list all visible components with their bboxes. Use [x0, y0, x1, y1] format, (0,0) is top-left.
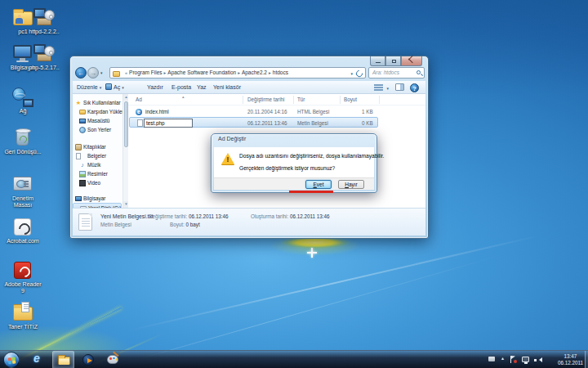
desktop-icon-httpd-installer[interactable]: httpd-2.2.2..	[24, 8, 64, 35]
breadcrumb-overflow-icon[interactable]: «	[123, 70, 129, 75]
breadcrumb-arrow-icon[interactable]: ▸	[267, 70, 273, 75]
menu-ac[interactable]: Aç▾	[105, 81, 124, 93]
sidebar-item-music[interactable]: ♪Müzik	[73, 160, 128, 169]
navigation-pane: ★Sık Kullanılanlar Karşıdan Yüklem Masaü…	[73, 94, 128, 208]
file-size: 1 KB	[362, 106, 373, 117]
menu-yaz[interactable]: Yaz	[197, 81, 207, 93]
column-header-type[interactable]: Tür	[297, 95, 305, 105]
rename-input[interactable]	[144, 119, 193, 128]
videos-icon	[79, 180, 86, 186]
taskbar-paint[interactable]	[101, 351, 123, 368]
start-button[interactable]	[3, 352, 20, 368]
close-button[interactable]	[401, 56, 422, 66]
sort-arrow-icon: ▴	[182, 94, 185, 99]
network-icon	[12, 88, 33, 107]
text-file-icon	[137, 119, 143, 127]
navigation-scrollbar[interactable]: ▲ ▼	[122, 94, 128, 208]
maximize-button[interactable]	[385, 56, 401, 66]
desktop-icon-small	[79, 119, 86, 123]
refresh-icon[interactable]	[354, 69, 363, 78]
volume-icon[interactable]	[539, 357, 542, 362]
desktop-icon-adobe-reader[interactable]: Adobe Reader 9	[3, 261, 42, 294]
pictures-icon	[79, 171, 86, 177]
device-tray-icon[interactable]	[488, 357, 495, 361]
chevron-down-icon: ▾	[98, 85, 102, 90]
preview-pane-icon[interactable]	[395, 83, 404, 91]
music-icon: ♪	[79, 162, 86, 168]
recent-pages-dropdown-icon[interactable]: ▾	[100, 70, 103, 75]
desktop-icon-label: Taner TİTİZ	[3, 324, 42, 330]
scrollbar-thumb[interactable]	[124, 101, 128, 147]
internet-explorer-icon: e	[33, 352, 40, 365]
yes-button[interactable]: Evet	[305, 180, 332, 189]
sidebar-item-desktop[interactable]: Masaüstü	[73, 116, 128, 125]
action-center-icon[interactable]	[510, 356, 516, 363]
network-tray-icon[interactable]	[522, 357, 529, 362]
control-panel-icon	[12, 175, 33, 195]
breadcrumb-segment[interactable]: Program Files	[129, 70, 162, 75]
show-hidden-icons[interactable]: ▲	[501, 356, 505, 361]
address-bar[interactable]: «Program Files▸Apache Software Foundatio…	[109, 67, 366, 79]
taskbar-media-player[interactable]	[77, 351, 99, 368]
desktop-icon-taner-folder[interactable]: Taner TİTİZ	[3, 303, 42, 330]
sidebar-item-pictures[interactable]: Resimler	[73, 169, 128, 178]
installer-icon	[33, 44, 55, 64]
sidebar-item-documents[interactable]: Belgeler	[73, 151, 128, 160]
breadcrumb[interactable]: «Program Files▸Apache Software Foundatio…	[123, 68, 288, 78]
desktop-icon-label: Adobe Reader 9	[3, 281, 42, 294]
sidebar-item-favorites[interactable]: ★Sık Kullanılanlar	[73, 98, 128, 107]
help-icon[interactable]: ?	[410, 83, 419, 92]
breadcrumb-segment[interactable]: Apache Software Foundation	[167, 70, 236, 75]
menu-yeni-klasor[interactable]: Yeni klasör	[213, 81, 241, 93]
details-modified: Değiştirme tarihi: 06.12.2011 13:46	[149, 213, 229, 220]
forward-button[interactable]: →	[87, 67, 99, 79]
breadcrumb-segment[interactable]: Apache2.2	[242, 70, 267, 75]
search-box[interactable]: Ara: htdocs	[368, 67, 425, 79]
views-icon[interactable]	[374, 84, 383, 91]
dialog-body: Dosya adı uzantısını değiştirirseniz, do…	[214, 147, 374, 179]
file-modified: 06.12.2011 13:46	[247, 118, 287, 128]
clock[interactable]: 13:47 06.12.2011	[558, 353, 583, 366]
column-header-name[interactable]: Ad	[136, 95, 142, 105]
desktop-icon-recycle-bin[interactable]: Geri Dönüşü...	[3, 128, 42, 155]
sidebar-item-libraries[interactable]: Kitaplıklar	[73, 142, 128, 151]
show-desktop-button[interactable]	[585, 351, 588, 368]
back-button[interactable]: ←	[75, 67, 87, 79]
views-dropdown-icon[interactable]: ▾	[386, 86, 389, 91]
no-button[interactable]: Hayır	[338, 180, 364, 189]
file-type: HTML Belgesi	[297, 106, 329, 117]
documents-icon	[76, 153, 81, 159]
computer-icon-small	[75, 196, 82, 201]
sidebar-item-downloads[interactable]: Karşıdan Yüklem	[73, 107, 128, 116]
breadcrumb-segment[interactable]: htdocs	[273, 70, 288, 75]
dialog-message-line1: Dosya adı uzantısını değiştirirseniz, do…	[239, 153, 384, 159]
breadcrumb-arrow-icon[interactable]: ▸	[236, 70, 242, 75]
sidebar-item-videos[interactable]: Video	[73, 178, 128, 187]
file-row-index-html[interactable]: e index.html 20.11.2004 14:16 HTML Belge…	[129, 106, 378, 117]
open-with-icon	[105, 83, 112, 90]
details-size: Boyut: 0 bayt	[170, 221, 200, 228]
menu-duzenle[interactable]: Düzenle▾	[77, 81, 101, 93]
minimize-button[interactable]	[370, 56, 385, 66]
taskbar-internet-explorer[interactable]: e	[28, 351, 50, 368]
folder-icon	[113, 71, 120, 77]
menu-eposta[interactable]: E-posta	[172, 81, 191, 93]
desktop-icon-control-panel[interactable]: Denetim Masası	[3, 175, 42, 208]
sidebar-item-computer[interactable]: Bilgisayar	[73, 194, 128, 203]
taskbar-windows-explorer-active[interactable]	[52, 351, 74, 368]
desktop-icon-acrobat-com[interactable]: Acrobat.com	[3, 218, 42, 245]
file-type: Metin Belgesi	[297, 118, 328, 128]
star-icon: ★	[75, 100, 82, 106]
column-header-size[interactable]: Boyut	[344, 95, 357, 105]
desktop-icon-network[interactable]: Ağ	[3, 88, 42, 114]
taskbar: e ▲ 13:47 06.12.2011	[0, 350, 588, 368]
search-icon[interactable]	[416, 70, 421, 74]
column-header-modified[interactable]: Değiştirme tarihi	[247, 95, 285, 105]
file-size: 0 KB	[362, 118, 373, 128]
menu-yazdir[interactable]: Yazdır	[147, 81, 163, 93]
address-dropdown-icon[interactable]: ▾	[350, 71, 353, 76]
sidebar-item-recent[interactable]: Son Yerler	[73, 125, 128, 134]
file-row-test-php-selected[interactable]: 06.12.2011 13:46 Metin Belgesi 0 KB	[129, 117, 378, 128]
desktop-icon-php-installer[interactable]: php-5.2.17..	[24, 44, 64, 71]
clock-date: 06.12.2011	[558, 360, 583, 366]
